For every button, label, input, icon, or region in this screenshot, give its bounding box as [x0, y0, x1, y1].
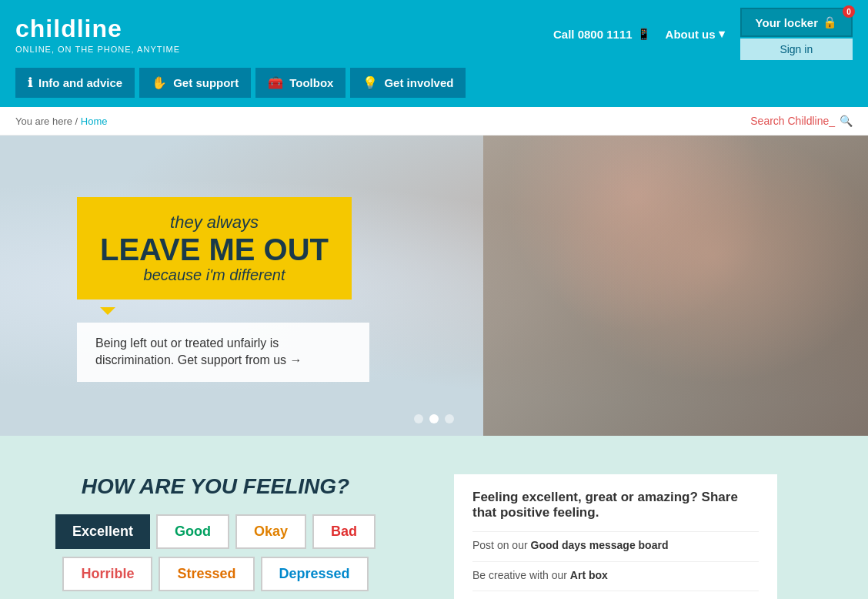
feeling-buttons-row2: Horrible Stressed Depressed: [31, 557, 400, 591]
breadcrumb-bar: You are here / Home Search Childline_ 🔍: [0, 107, 868, 136]
search-icon: 🔍: [840, 115, 853, 127]
logo: childline: [15, 15, 180, 43]
phone-icon: 📱: [637, 28, 650, 40]
call-info: Call 0800 1111 📱: [553, 28, 650, 41]
btn-okay[interactable]: Okay: [235, 514, 306, 549]
btn-bad[interactable]: Bad: [312, 514, 376, 549]
info-link-art-box: Be creative with our Art box: [472, 568, 759, 584]
info-box-title: Feeling excellent, great or amazing? Sha…: [472, 490, 759, 520]
speech-bubble: they always LEAVE ME OUT because i'm dif…: [77, 197, 352, 300]
divider-2: [472, 561, 759, 562]
carousel-dot-2[interactable]: [429, 414, 439, 423]
header-top: childline ONLINE, ON THE PHONE, ANYTIME …: [0, 0, 868, 68]
bulb-icon: 💡: [362, 75, 378, 90]
toolbox-icon: 🧰: [268, 75, 283, 90]
message-board-link[interactable]: Good days message board: [531, 539, 669, 551]
bottom-section: HOW ARE YOU FEELING? Excellent Good Okay…: [0, 436, 868, 599]
info-icon: ℹ: [28, 75, 32, 90]
lock-icon: 🔒: [823, 15, 837, 29]
bubble-text-top: they always: [100, 212, 329, 233]
art-box-link[interactable]: Art box: [570, 569, 608, 581]
nav-get-involved[interactable]: 💡 Get involved: [350, 68, 466, 98]
about-us-link[interactable]: About us ▾: [666, 27, 725, 41]
btn-horrible[interactable]: Horrible: [62, 557, 152, 591]
divider-1: [472, 531, 759, 532]
logo-area: childline ONLINE, ON THE PHONE, ANYTIME: [15, 15, 180, 54]
btn-excellent[interactable]: Excellent: [55, 514, 150, 549]
call-number: Call 0800 1111: [553, 28, 633, 41]
signin-button[interactable]: Sign in: [740, 38, 853, 60]
hero-overlay: [483, 136, 868, 436]
locker-label: Your locker: [756, 16, 818, 29]
divider-3: [472, 591, 759, 591]
hero-section: they always LEAVE ME OUT because i'm dif…: [0, 136, 868, 436]
search-area[interactable]: Search Childline_ 🔍: [750, 115, 853, 127]
locker-badge: 0: [843, 5, 855, 18]
nav-get-support[interactable]: ✋ Get support: [139, 68, 251, 98]
locker-area: Your locker 🔒 0 Sign in: [740, 8, 853, 60]
nav-info-advice[interactable]: ℹ Info and advice: [15, 68, 135, 98]
breadcrumb: You are here / Home: [15, 115, 108, 127]
feeling-section: HOW ARE YOU FEELING? Excellent Good Okay…: [0, 459, 431, 599]
btn-stressed[interactable]: Stressed: [159, 557, 254, 591]
carousel-dot-1[interactable]: [414, 414, 423, 423]
hero-description[interactable]: Being left out or treated unfairly is di…: [77, 323, 369, 382]
btn-depressed[interactable]: Depressed: [261, 557, 369, 591]
info-box: Feeling excellent, great or amazing? Sha…: [454, 474, 777, 599]
nav-toolbox[interactable]: 🧰 Toolbox: [255, 68, 346, 98]
header-right: Call 0800 1111 📱 About us ▾ Your locker …: [553, 8, 853, 60]
info-link-message-board: Post on our Good days message board: [472, 538, 759, 554]
bubble-text-main: LEAVE ME OUT: [100, 233, 329, 266]
hero-content: they always LEAVE ME OUT because i'm dif…: [77, 197, 369, 382]
feeling-title: HOW ARE YOU FEELING?: [31, 474, 400, 499]
feeling-buttons-row1: Excellent Good Okay Bad: [31, 514, 400, 549]
breadcrumb-home-link[interactable]: Home: [81, 115, 108, 127]
search-label: Search Childline_: [750, 115, 835, 127]
bubble-text-bottom: because i'm different: [100, 266, 329, 284]
carousel-dots: [414, 414, 454, 423]
locker-button[interactable]: Your locker 🔒 0: [740, 8, 853, 37]
tagline: ONLINE, ON THE PHONE, ANYTIME: [15, 45, 180, 54]
carousel-dot-3[interactable]: [445, 414, 454, 423]
info-panel: Feeling excellent, great or amazing? Sha…: [431, 459, 868, 599]
chevron-down-icon: ▾: [719, 27, 725, 41]
hand-icon: ✋: [152, 75, 167, 90]
nav-bar: ℹ Info and advice ✋ Get support 🧰 Toolbo…: [0, 68, 868, 107]
btn-good[interactable]: Good: [156, 514, 229, 549]
